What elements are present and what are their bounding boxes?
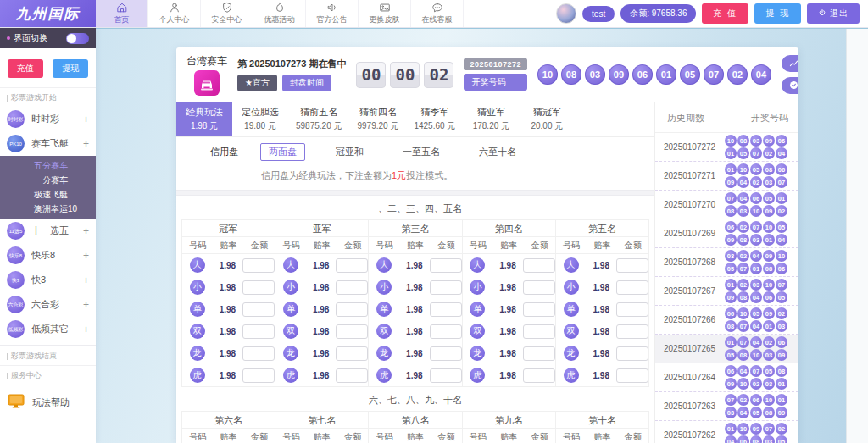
sidebar-item-赛车飞艇[interactable]: PK10赛车飞艇+: [0, 131, 96, 156]
nav-item-home[interactable]: 首页: [96, 0, 148, 27]
history-row[interactable]: 2025010726501070402060508100309: [655, 335, 798, 363]
amount-input[interactable]: [242, 346, 275, 361]
history-row[interactable]: 2025010727210080309060105070204: [655, 133, 798, 162]
expand-icon[interactable]: +: [83, 114, 89, 125]
bet-option-双[interactable]: 双: [470, 324, 485, 339]
sidebar-item-快3[interactable]: 快3快3+: [0, 268, 96, 292]
bet-option-双[interactable]: 双: [564, 324, 579, 339]
tab-猜冠军[interactable]: 猜冠军20.00 元: [519, 102, 575, 136]
history-row[interactable]: 2025010726307020610010304050809: [655, 392, 798, 421]
amount-input[interactable]: [616, 368, 648, 383]
submenu-item-极速飞艇[interactable]: 极速飞艇: [0, 187, 96, 202]
subtab-两面盘[interactable]: 两面盘: [260, 143, 305, 161]
bet-option-虎[interactable]: 虎: [564, 368, 579, 383]
bet-option-虎[interactable]: 虎: [376, 368, 392, 383]
bet-option-单[interactable]: 单: [376, 302, 392, 317]
amount-input[interactable]: [336, 258, 368, 273]
bet-option-大[interactable]: 大: [190, 257, 205, 273]
nav-item-user[interactable]: 个人中心: [148, 0, 201, 27]
amount-input[interactable]: [616, 280, 648, 295]
bet-option-龙[interactable]: 龙: [376, 346, 392, 361]
history-row[interactable]: 2025010726606100509020807040103: [655, 306, 798, 335]
play-help-link[interactable]: 玩法帮助: [782, 77, 798, 94]
bet-option-龙[interactable]: 龙: [564, 346, 579, 361]
history-row[interactable]: 2025010726406040705080910020301: [655, 363, 798, 392]
submenu-item-澳洲幸运10[interactable]: 澳洲幸运10: [0, 202, 96, 216]
history-row[interactable]: 2025010727007040605010803100902: [655, 191, 798, 219]
bet-option-龙[interactable]: 龙: [283, 346, 298, 361]
bet-option-小[interactable]: 小: [470, 280, 485, 295]
bet-option-小[interactable]: 小: [564, 280, 579, 295]
tab-猜季军[interactable]: 猜季军1425.60 元: [406, 102, 463, 136]
tab-猜前五名[interactable]: 猜前五名59875.20 元: [288, 102, 350, 136]
bet-option-虎[interactable]: 虎: [190, 368, 205, 383]
amount-input[interactable]: [242, 368, 275, 383]
nav-item-flame[interactable]: 优惠活动: [253, 0, 306, 27]
history-row[interactable]: 2025010727101100508060904020307: [655, 162, 798, 191]
amount-input[interactable]: [242, 280, 275, 295]
subtab-一至五名[interactable]: 一至五名: [394, 143, 448, 161]
bet-option-单[interactable]: 单: [283, 302, 298, 317]
bet-option-双[interactable]: 双: [190, 324, 205, 339]
bet-option-双[interactable]: 双: [283, 324, 298, 339]
amount-input[interactable]: [523, 368, 555, 383]
sidebar-item-十一选五[interactable]: 11选5十一选五+: [0, 219, 96, 243]
bet-option-龙[interactable]: 龙: [190, 346, 205, 361]
amount-input[interactable]: [242, 324, 275, 339]
bet-option-小[interactable]: 小: [190, 280, 205, 295]
tab-经典玩法[interactable]: 经典玩法1.98 元: [176, 102, 232, 136]
submenu-item-一分赛车[interactable]: 一分赛车: [0, 173, 96, 187]
amount-input[interactable]: [616, 258, 648, 273]
balance-pill[interactable]: 余额: 97658.36: [620, 4, 696, 23]
deposit-button[interactable]: 充 值: [702, 3, 748, 24]
amount-input[interactable]: [616, 302, 648, 317]
expand-icon[interactable]: +: [83, 274, 89, 286]
sidebar-withdraw-button[interactable]: 提现: [53, 59, 88, 78]
username-pill[interactable]: test: [582, 6, 615, 22]
amount-input[interactable]: [336, 302, 368, 317]
amount-input[interactable]: [336, 324, 368, 339]
bet-option-龙[interactable]: 龙: [470, 346, 485, 361]
subtab-六至十名[interactable]: 六至十名: [470, 143, 525, 161]
submenu-item-五分赛车[interactable]: 五分赛车: [0, 158, 96, 173]
bet-option-虎[interactable]: 虎: [283, 368, 298, 383]
bet-option-双[interactable]: 双: [376, 324, 392, 339]
sidebar-item-快乐8[interactable]: 快乐8快乐8+: [0, 243, 96, 268]
amount-input[interactable]: [430, 324, 462, 339]
user-avatar[interactable]: [556, 3, 576, 24]
amount-input[interactable]: [523, 324, 555, 339]
expand-icon[interactable]: +: [83, 324, 89, 335]
bet-option-单[interactable]: 单: [564, 302, 579, 317]
history-row[interactable]: 2025010726906020710050908030104: [655, 219, 798, 248]
bet-option-单[interactable]: 单: [190, 302, 205, 317]
amount-input[interactable]: [616, 324, 648, 339]
sidebar-item-时时彩[interactable]: 时时彩时时彩+: [0, 107, 96, 131]
logout-button[interactable]: 退出: [807, 3, 860, 24]
tab-猜亚军[interactable]: 猜亚军178.20 元: [463, 102, 519, 136]
nav-item-shield[interactable]: 安全中心: [201, 0, 253, 27]
nav-item-image[interactable]: 更换皮肤: [359, 0, 411, 27]
ui-switch-toggle[interactable]: [66, 33, 89, 44]
bet-option-小[interactable]: 小: [283, 280, 298, 295]
withdraw-button[interactable]: 提 现: [754, 3, 801, 24]
sidebar-deposit-button[interactable]: 充值: [8, 59, 43, 78]
bet-option-单[interactable]: 单: [470, 302, 485, 317]
official-badge[interactable]: ★官方: [237, 75, 277, 91]
amount-input[interactable]: [242, 258, 275, 273]
amount-input[interactable]: [336, 346, 368, 361]
expand-icon[interactable]: +: [83, 299, 89, 311]
amount-input[interactable]: [523, 258, 555, 273]
amount-input[interactable]: [242, 302, 275, 317]
nav-item-chat[interactable]: 在线客服: [411, 0, 464, 27]
amount-input[interactable]: [523, 302, 555, 317]
sidebar-item-低频其它[interactable]: 低频彩低频其它+: [0, 317, 96, 341]
expand-icon[interactable]: +: [83, 138, 89, 150]
expand-icon[interactable]: +: [83, 250, 89, 262]
amount-input[interactable]: [430, 346, 462, 361]
nav-item-speaker[interactable]: 官方公告: [306, 0, 359, 27]
subtab-冠亚和[interactable]: 冠亚和: [327, 143, 372, 161]
amount-input[interactable]: [430, 368, 462, 383]
bet-option-大[interactable]: 大: [564, 257, 579, 273]
amount-input[interactable]: [523, 280, 555, 295]
history-row[interactable]: 2025010726701020310070908040605: [655, 277, 798, 306]
